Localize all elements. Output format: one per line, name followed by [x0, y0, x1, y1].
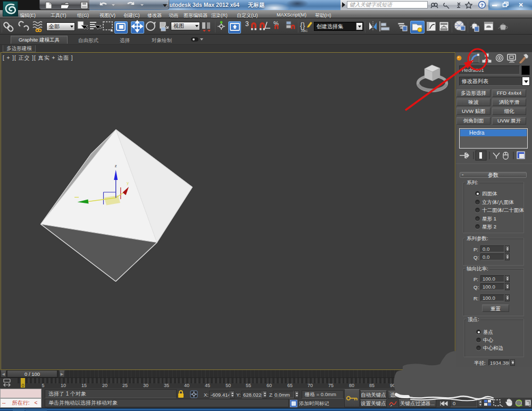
- svg-text:5: 5: [41, 383, 44, 388]
- svg-text:{}: {}: [300, 21, 305, 30]
- svg-text:25: 25: [122, 383, 128, 388]
- svg-text:y: y: [127, 181, 129, 185]
- svg-text:z: z: [115, 164, 117, 168]
- svg-text:70: 70: [307, 383, 313, 388]
- svg-text:80: 80: [349, 383, 354, 388]
- svg-text:75: 75: [328, 383, 334, 388]
- svg-text:20: 20: [102, 383, 107, 388]
- svg-text:85: 85: [369, 383, 375, 388]
- svg-text:65: 65: [287, 383, 293, 388]
- svg-text:45: 45: [205, 383, 210, 388]
- svg-text:10: 10: [61, 383, 66, 388]
- svg-text:3: 3: [245, 20, 249, 28]
- svg-text:40: 40: [184, 383, 189, 388]
- svg-text:90: 90: [390, 383, 395, 388]
- svg-text:55: 55: [246, 383, 251, 388]
- svg-text:0: 0: [21, 383, 24, 388]
- svg-text:30: 30: [143, 383, 148, 388]
- svg-text:60: 60: [267, 383, 272, 388]
- svg-text:50: 50: [226, 383, 231, 388]
- svg-text:?: ?: [480, 2, 484, 8]
- svg-text:ABC: ABC: [301, 29, 308, 32]
- svg-text:15: 15: [81, 383, 87, 388]
- svg-text:35: 35: [164, 383, 169, 388]
